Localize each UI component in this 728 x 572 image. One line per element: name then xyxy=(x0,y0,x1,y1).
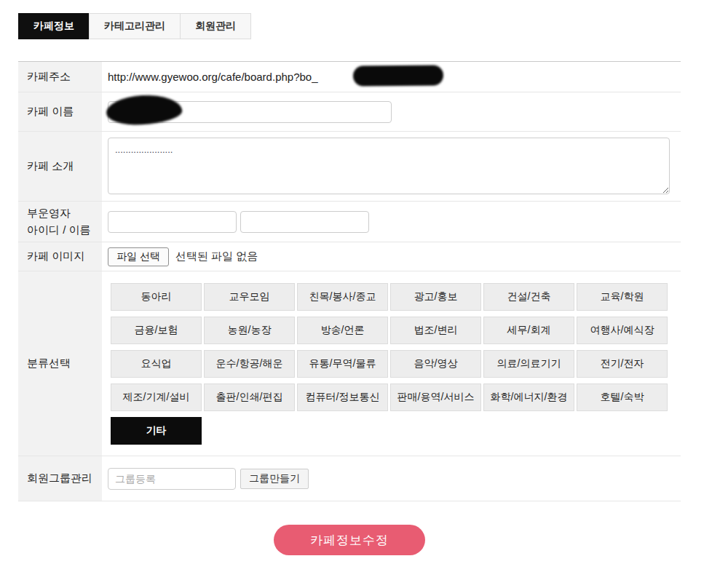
cafe-intro-textarea[interactable]: ...................... xyxy=(108,138,670,194)
tab-member-management[interactable]: 회원관리 xyxy=(180,13,251,39)
category-option[interactable]: 동아리 xyxy=(111,283,202,311)
category-option[interactable]: 호텔/숙박 xyxy=(577,384,668,411)
redaction-mark xyxy=(353,65,443,86)
cafe-info-form: 카페주소 http://www.gyewoo.org/cafe/board.ph… xyxy=(18,61,681,501)
category-grid: 동아리 교우모임 친목/봉사/종교 광고/홍보 건설/건축 교육/학원 금융/보… xyxy=(111,283,668,445)
category-option[interactable]: 의료/의료기기 xyxy=(483,350,574,378)
sub-admin-id-input[interactable] xyxy=(108,211,237,233)
file-status-text: 선택된 파일 없음 xyxy=(175,250,258,263)
file-select-button[interactable]: 파일 선택 xyxy=(108,247,169,266)
tab-cafe-info[interactable]: 카페정보 xyxy=(18,13,90,39)
category-option[interactable]: 운수/항공/해운 xyxy=(204,350,295,378)
category-option[interactable]: 제조/기계/설비 xyxy=(111,384,202,411)
category-option[interactable]: 교우모임 xyxy=(204,283,295,311)
row-cafe-name: 카페 이름 xyxy=(18,92,681,132)
row-category-select: 분류선택 동아리 교우모임 친목/봉사/종교 광고/홍보 건설/건축 교육/학원… xyxy=(18,271,681,456)
tab-category-management[interactable]: 카테고리관리 xyxy=(89,13,181,39)
category-option[interactable]: 컴퓨터/정보통신 xyxy=(297,384,388,411)
row-cafe-intro: 카페 소개 ...................... xyxy=(18,132,681,202)
category-option[interactable]: 건설/건축 xyxy=(483,283,574,311)
cafe-address-label: 카페주소 xyxy=(18,62,102,92)
update-cafe-info-button[interactable]: 카페정보수정 xyxy=(274,525,425,555)
row-cafe-image: 카페 이미지 파일 선택 선택된 파일 없음 xyxy=(18,242,681,271)
category-option[interactable]: 친목/봉사/종교 xyxy=(297,283,388,311)
row-sub-admin: 부운영자 아이디 / 이름 xyxy=(18,202,681,242)
cafe-image-value-cell: 파일 선택 선택된 파일 없음 xyxy=(102,242,681,271)
category-option[interactable]: 교육/학원 xyxy=(577,283,668,311)
category-select-value-cell: 동아리 교우모임 친목/봉사/종교 광고/홍보 건설/건축 교육/학원 금융/보… xyxy=(102,271,681,456)
submit-area: 카페정보수정 xyxy=(18,525,681,555)
category-option[interactable]: 법조/변리 xyxy=(390,317,481,344)
category-option-selected[interactable]: 기타 xyxy=(111,417,202,445)
member-group-value-cell: 그룹만들기 xyxy=(102,456,681,501)
cafe-image-label: 카페 이미지 xyxy=(18,242,102,271)
category-option[interactable]: 화학/에너지/환경 xyxy=(483,384,574,411)
row-cafe-address: 카페주소 http://www.gyewoo.org/cafe/board.ph… xyxy=(18,62,681,92)
category-option[interactable]: 세무/회계 xyxy=(483,317,574,344)
cafe-address-url: http://www.gyewoo.org/cafe/board.php?bo_ xyxy=(108,71,318,83)
category-option[interactable]: 방송/언론 xyxy=(297,317,388,344)
category-option[interactable]: 음악/영상 xyxy=(390,350,481,378)
category-option[interactable]: 금융/보험 xyxy=(111,317,202,344)
row-member-group: 회원그룹관리 그룹만들기 xyxy=(18,456,681,501)
category-option[interactable]: 출판/인쇄/편집 xyxy=(204,384,295,411)
cafe-name-value-cell xyxy=(102,92,681,131)
cafe-intro-label: 카페 소개 xyxy=(18,132,102,201)
category-option[interactable]: 전기/전자 xyxy=(577,350,668,378)
tab-bar: 카페정보 카테고리관리 회원관리 xyxy=(18,13,728,39)
category-select-label: 분류선택 xyxy=(18,271,102,456)
category-option[interactable]: 판매/용역/서비스 xyxy=(390,384,481,411)
member-group-label: 회원그룹관리 xyxy=(18,456,102,501)
category-option[interactable]: 유통/무역/물류 xyxy=(297,350,388,378)
cafe-intro-value-cell: ...................... xyxy=(102,132,681,201)
sub-admin-label: 부운영자 아이디 / 이름 xyxy=(18,202,102,242)
cafe-address-value-cell: http://www.gyewoo.org/cafe/board.php?bo_ xyxy=(102,62,681,92)
cafe-name-label: 카페 이름 xyxy=(18,92,102,131)
create-group-button[interactable]: 그룹만들기 xyxy=(240,469,309,489)
sub-admin-value-cell xyxy=(102,202,681,242)
category-option[interactable]: 여행사/예식장 xyxy=(577,317,668,344)
category-option[interactable]: 농원/농장 xyxy=(204,317,295,344)
group-register-input[interactable] xyxy=(108,468,236,490)
category-option[interactable]: 요식업 xyxy=(111,350,202,378)
category-option[interactable]: 광고/홍보 xyxy=(390,283,481,311)
sub-admin-name-input[interactable] xyxy=(240,211,369,233)
